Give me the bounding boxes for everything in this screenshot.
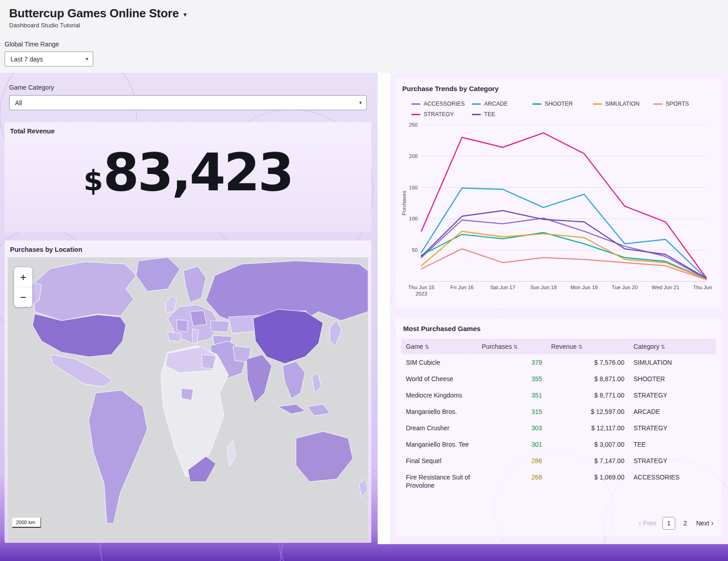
column-header-purchases[interactable]: Purchases⇅ <box>477 339 547 354</box>
legend-item-arcade[interactable]: ARCADE <box>472 101 532 107</box>
column-header-category[interactable]: Category⇅ <box>629 339 716 354</box>
legend-label: SPORTS <box>666 101 689 107</box>
svg-text:Tue Jun 20: Tue Jun 20 <box>612 285 638 290</box>
sort-icon[interactable]: ⇅ <box>425 344 429 350</box>
total-revenue-panel: Total Revenue $83,423 <box>5 122 371 232</box>
game-cell: Manganiello Bros. <box>401 403 477 420</box>
sort-icon[interactable]: ⇅ <box>513 344 518 350</box>
prev-page-button[interactable]: ‹ Prev <box>639 520 656 527</box>
world-map[interactable]: + − 2000 km <box>8 257 368 542</box>
category-cell: STRATEGY <box>629 453 716 469</box>
legend-swatch-icon <box>472 103 481 105</box>
prev-label: Prev <box>643 520 656 527</box>
column-label: Game <box>406 343 423 350</box>
most-purchased-games-panel: Most Purchased Games Game⇅Purchases⇅Reve… <box>396 318 722 536</box>
category-cell: STRATEGY <box>629 420 716 436</box>
category-cell: SHOOTER <box>629 371 716 387</box>
chevron-down-icon: ▾ <box>86 56 88 62</box>
table-row[interactable]: Dream Crusher303$ 12,117.00STRATEGY <box>401 420 716 436</box>
chart-panel-title: Purchase Trends by Category <box>400 80 717 95</box>
global-time-range-label: Global Time Range <box>5 41 728 48</box>
purchases-cell: 379 <box>477 354 547 371</box>
svg-text:Sat Jun 17: Sat Jun 17 <box>490 285 515 290</box>
table-row[interactable]: SIM Cubicle379$ 7,576.00SIMULATION <box>401 354 716 371</box>
line-chart[interactable]: 50100150200250Thu Jun 152023Fri Jun 16Sa… <box>400 120 713 302</box>
left-column: Game Category All ▾ Total Revenue $83,42… <box>0 73 378 561</box>
time-range-dropdown[interactable]: Last 7 days ▾ <box>5 51 93 66</box>
total-revenue-value: $83,423 <box>5 142 371 203</box>
map-scale: 2000 km <box>12 518 41 528</box>
zoom-out-button[interactable]: − <box>14 287 32 307</box>
sort-icon[interactable]: ⇅ <box>661 344 665 350</box>
table-row[interactable]: Manganiello Bros. Tee301$ 3,007.00TEE <box>401 436 716 453</box>
table-row[interactable]: Manganiello Bros.315$ 12,597.00ARCADE <box>401 403 716 420</box>
zoom-in-button[interactable]: + <box>14 267 32 287</box>
svg-text:Thu Jun 15: Thu Jun 15 <box>408 285 435 290</box>
game-category-value: All <box>15 99 22 107</box>
sort-icon[interactable]: ⇅ <box>578 344 582 350</box>
revenue-cell: $ 1,069.00 <box>546 469 629 494</box>
pagination: ‹ Prev 12 Next › <box>401 514 716 530</box>
right-column: Purchase Trends by Category ACCESSORIESA… <box>390 73 728 544</box>
legend-item-tee[interactable]: TEE <box>472 111 532 117</box>
revenue-cell: $ 7,147.00 <box>546 453 629 469</box>
category-cell: SIMULATION <box>629 354 716 371</box>
svg-text:50: 50 <box>412 247 418 253</box>
column-header-game[interactable]: Game⇅ <box>401 339 477 354</box>
legend-label: TEE <box>484 111 495 117</box>
page-number-buttons: 12 <box>662 517 690 530</box>
svg-text:Thu Jun 22: Thu Jun 22 <box>693 285 713 290</box>
game-cell: Final Sequel <box>401 453 477 469</box>
chevron-right-icon: › <box>711 520 713 527</box>
game-cell: SIM Cubicle <box>401 354 477 371</box>
legend-swatch-icon <box>593 103 602 105</box>
svg-text:Purchases: Purchases <box>401 191 407 216</box>
page-button-1[interactable]: 1 <box>662 517 675 530</box>
legend-label: SHOOTER <box>545 101 573 107</box>
game-cell: Mediocre Kingdoms <box>401 387 477 403</box>
legend-item-shooter[interactable]: SHOOTER <box>532 101 593 107</box>
svg-text:Sun Jun 18: Sun Jun 18 <box>530 285 556 290</box>
svg-text:150: 150 <box>409 185 418 190</box>
category-cell: ACCESSORIES <box>629 469 716 494</box>
legend-item-accessories[interactable]: ACCESSORIES <box>411 101 472 107</box>
legend-item-sports[interactable]: SPORTS <box>653 101 714 107</box>
revenue-cell: $ 12,597.00 <box>546 403 629 420</box>
map-zoom-control: + − <box>14 267 32 307</box>
legend-label: STRATEGY <box>424 111 454 117</box>
legend-label: ACCESSORIES <box>424 101 465 107</box>
legend-item-strategy[interactable]: STRATEGY <box>411 111 472 117</box>
purchases-cell: 355 <box>477 371 547 387</box>
table-row[interactable]: World of Cheese355$ 8,871.00SHOOTER <box>401 371 716 387</box>
legend-swatch-icon <box>532 103 541 105</box>
next-label: Next <box>696 520 709 527</box>
legend-swatch-icon <box>472 114 481 115</box>
column-gutter <box>378 73 390 544</box>
legend-swatch-icon <box>653 103 662 105</box>
table-row[interactable]: Final Sequel286$ 7,147.00STRATEGY <box>401 453 716 469</box>
page-button-2[interactable]: 2 <box>681 517 690 530</box>
currency-symbol: $ <box>83 164 103 197</box>
legend-item-simulation[interactable]: SIMULATION <box>593 101 653 107</box>
game-cell: Manganiello Bros. Tee <box>401 436 477 453</box>
svg-text:2023: 2023 <box>415 291 427 296</box>
purchases-cell: 301 <box>477 436 547 453</box>
revenue-cell: $ 7,576.00 <box>546 354 629 371</box>
revenue-amount: 83,423 <box>103 142 293 203</box>
time-range-value: Last 7 days <box>10 56 43 63</box>
chevron-down-icon[interactable]: ▾ <box>183 10 187 19</box>
next-page-button[interactable]: Next › <box>696 520 713 527</box>
title-row: Buttercup Games Online Store ▾ <box>0 0 728 20</box>
purchases-cell: 286 <box>477 453 547 469</box>
games-table: Game⇅Purchases⇅Revenue⇅Category⇅ SIM Cub… <box>401 339 716 494</box>
svg-text:250: 250 <box>409 122 418 128</box>
svg-text:Mon Jun 19: Mon Jun 19 <box>571 285 598 290</box>
table-row[interactable]: Fire Resistance Suit of Provolone268$ 1,… <box>401 469 716 494</box>
dashboard-content: Game Category All ▾ Total Revenue $83,42… <box>0 73 728 561</box>
revenue-cell: $ 3,007.00 <box>546 436 629 453</box>
column-header-revenue[interactable]: Revenue⇅ <box>546 339 629 354</box>
column-label: Category <box>633 343 659 350</box>
game-cell: World of Cheese <box>401 371 477 387</box>
table-row[interactable]: Mediocre Kingdoms351$ 8,771.00STRATEGY <box>401 387 716 403</box>
game-category-dropdown[interactable]: All ▾ <box>9 95 367 110</box>
